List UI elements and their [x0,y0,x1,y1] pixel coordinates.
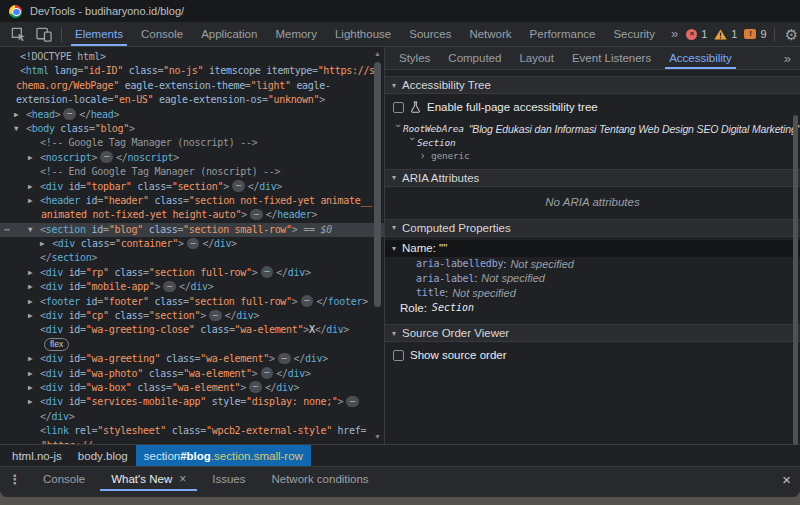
tab-lighthouse[interactable]: Lighthouse [326,22,400,46]
inline-expand-button[interactable]: ⋯ [163,281,176,293]
elements-tree-row[interactable]: ▼<body class="blog"> [0,122,384,136]
device-toolbar-button[interactable] [31,22,57,46]
elements-tree-row[interactable]: <!-- Google Tag Manager (noscript) --> [0,136,384,150]
elements-tree-row[interactable]: chema.org/WebPage" eagle-extension-theme… [0,79,384,93]
enable-fullpage-checkbox[interactable] [393,102,404,113]
elements-scrollbar[interactable]: ▲ ▼ [372,50,383,441]
drawer-tab-what-s-new[interactable]: What's New× [98,467,199,491]
breadcrumb-item[interactable]: section#blog.section.small-row [136,445,311,467]
show-source-order-checkbox[interactable] [393,350,404,361]
source-order-header[interactable]: ▾ Source Order Viewer [385,324,800,342]
expand-arrow-icon[interactable]: ▶ [14,108,19,122]
elements-tree-row[interactable]: <!-- End Google Tag Manager (noscript) -… [0,165,384,179]
inline-expand-button[interactable]: ⋯ [232,180,245,192]
elements-tree-row[interactable]: ⋯▼<section id="blog" class="section smal… [0,223,384,237]
warning-icon[interactable] [714,29,727,40]
inline-expand-button[interactable]: ⋯ [261,367,274,379]
tab-network[interactable]: Network [460,22,520,46]
elements-tree-row[interactable]: ▶<header id="header" class="section not-… [0,194,384,208]
a11y-tree-node[interactable]: ›generic [393,149,800,163]
tab-security[interactable]: Security [604,22,664,46]
expand-arrow-icon[interactable]: ▶ [28,280,33,294]
accessibility-tree-header[interactable]: ▾ Accessibility Tree [385,76,800,94]
elements-tree-row[interactable]: ▶<div id="wa-greeting" class="wa-element… [0,352,384,366]
expand-arrow-icon[interactable]: ▶ [28,266,33,280]
tab-memory[interactable]: Memory [266,22,326,46]
tab-performance[interactable]: Performance [521,22,605,46]
side-tab-computed[interactable]: Computed [439,47,510,69]
tab-elements[interactable]: Elements [66,22,132,46]
a11y-tree-node[interactable]: ›RootWebArea"Blog Edukasi dan Informasi … [393,122,800,136]
scrollbar-thumb[interactable] [374,62,381,307]
elements-tree-row[interactable]: ▶<div id="wa-box" class="wa-element">⋯</… [0,381,384,395]
inline-expand-button[interactable]: ⋯ [187,238,200,250]
elements-tree-row[interactable]: ▶<div id="cp" class="section">⋯</div> [0,309,384,323]
expand-arrow-icon[interactable]: ▶ [40,237,45,251]
error-icon[interactable]: × [686,29,697,40]
elements-tree-row[interactable]: </section> [0,251,384,265]
drawer-tab-issues[interactable]: Issues [199,467,258,491]
computed-name-row[interactable]: ▾ Name: "" [385,240,800,257]
drawer-tab-network-conditions[interactable]: Network conditions [258,467,381,491]
inspect-element-button[interactable] [5,22,31,46]
collapse-arrow-icon[interactable]: ▼ [14,122,19,136]
inline-expand-button[interactable]: ⋯ [250,209,263,221]
elements-tree-row[interactable]: ▶<div class="container">⋯</div> [0,237,384,251]
more-actions-icon[interactable]: ⋯ [4,223,10,237]
elements-tree-row[interactable]: animated not-fixed-yet height-auto">⋯</h… [0,208,384,222]
inline-expand-button[interactable]: ⋯ [261,266,274,278]
inline-expand-button[interactable]: ⋯ [209,310,222,322]
expand-arrow-icon[interactable]: ▶ [28,381,33,395]
expand-arrow-icon[interactable]: ▶ [28,194,33,208]
aria-attributes-header[interactable]: ▾ ARIA Attributes [385,169,800,187]
elements-tree-row[interactable]: <link rel="stylesheet" class="wpcb2-exte… [0,424,384,438]
scrollbar-thumb[interactable] [793,115,798,445]
tab-sources[interactable]: Sources [400,22,460,46]
a11y-tree-node[interactable]: ›Section [393,136,800,150]
drawer-menu-button[interactable]: ⋮ [0,467,30,491]
inline-expand-button[interactable]: ⋯ [278,353,291,365]
drawer-tab-console[interactable]: Console [30,467,98,491]
side-tab-styles[interactable]: Styles [390,47,439,69]
elements-tree-row[interactable]: "https:// [0,439,384,444]
flex-badge[interactable]: flex [44,338,69,351]
expand-arrow-icon[interactable]: ▶ [28,151,33,165]
expand-arrow-icon[interactable]: ▶ [28,352,33,366]
scroll-up-icon[interactable]: ▲ [372,50,383,58]
inline-expand-button[interactable]: ⋯ [100,151,113,163]
expand-arrow-icon[interactable]: ▶ [28,367,33,381]
side-tab-layout[interactable]: Layout [510,47,563,69]
close-tab-icon[interactable]: × [179,473,186,485]
drawer-close-button[interactable]: × [782,467,791,491]
elements-tree-row[interactable]: ▶<noscript>⋯</noscript> [0,151,384,165]
collapse-arrow-icon[interactable]: ▼ [28,223,33,237]
sidebar-scrollbar[interactable] [792,75,799,438]
breadcrumb-item[interactable]: body.blog [70,445,136,467]
computed-properties-header[interactable]: ▾ Computed Properties [385,219,800,237]
elements-tree-row[interactable]: ▶<div id="wa-photo" class="wa-element">⋯… [0,367,384,381]
elements-tree-row[interactable]: ▶<div id="rp" class="section full-row">⋯… [0,266,384,280]
issues-icon[interactable]: ! [744,29,756,39]
expand-arrow-icon[interactable]: ▶ [28,395,33,409]
inline-expand-button[interactable]: ⋯ [346,396,359,408]
side-tab-event-listeners[interactable]: Event Listeners [563,47,660,69]
elements-tree-row[interactable]: <!DOCTYPE html> [0,50,384,64]
elements-tree-row[interactable]: extension-locale="en-US" eagle-extension… [0,93,384,107]
elements-tree-row[interactable]: ▶<div id="services-mobile-app" style="di… [0,395,384,409]
collapse-arrow-icon[interactable]: › [393,124,403,134]
inline-expand-button[interactable]: ⋯ [63,108,76,120]
elements-tree-row[interactable]: flex [0,338,384,352]
settings-button[interactable]: ⚙ [779,22,800,46]
elements-tree-row[interactable]: <html lang="id-ID" class="no-js" itemsco… [0,64,384,78]
elements-tree-row[interactable]: </div> [0,410,384,424]
elements-tree-row[interactable]: ▶<head>⋯</head> [0,108,384,122]
elements-tree-row[interactable]: ▶<div id="mobile-app">⋯</div> [0,280,384,294]
expand-arrow-icon[interactable]: ▶ [28,309,33,323]
elements-tree-row[interactable]: ▶<div id="topbar" class="section">⋯</div… [0,180,384,194]
inline-expand-button[interactable]: ⋯ [301,295,314,307]
elements-tree-row[interactable]: ▶<footer id="footer" class="section full… [0,295,384,309]
expand-arrow-icon[interactable]: ▶ [28,295,33,309]
tab-application[interactable]: Application [192,22,266,46]
scroll-down-icon[interactable]: ▼ [372,433,383,441]
expand-arrow-icon[interactable]: ▶ [28,180,33,194]
